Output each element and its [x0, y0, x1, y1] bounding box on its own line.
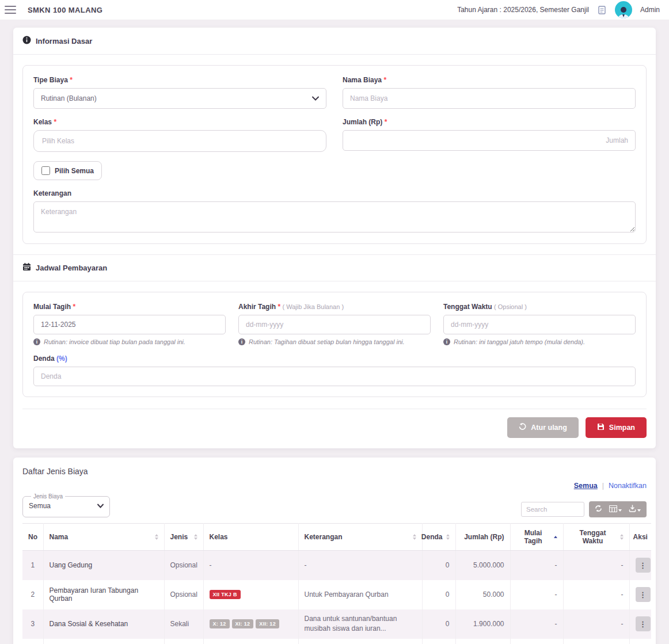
- akhir-tagih-label: Akhir Tagih * ( Wajib Jika Bulanan ): [238, 303, 431, 311]
- cell-aksi: ⋮: [629, 609, 651, 639]
- download-icon: [629, 505, 636, 514]
- cell-kelas: X: 12XI: 12XII: 12: [203, 639, 298, 644]
- cell-nama: UANG PANGKAL: [43, 639, 164, 644]
- cell-keterangan: -: [298, 551, 422, 580]
- user-name: Admin: [640, 6, 660, 14]
- cell-tenggat-waktu: -: [563, 609, 629, 639]
- save-button[interactable]: Simpan: [586, 417, 647, 438]
- pilih-semua-label: Pilih Semua: [55, 167, 94, 175]
- jumlah-input[interactable]: [343, 130, 636, 151]
- cell-jumlah: 50.000: [455, 580, 510, 609]
- table-row: 4 UANG PANGKAL Berulang X: 12XI: 12XII: …: [22, 639, 651, 644]
- cell-aksi: ⋮: [629, 580, 651, 609]
- filter-separator: |: [602, 482, 604, 490]
- schedule-box: Mulai Tagih * i Rutinan: invoice dibuat …: [22, 292, 647, 397]
- column-header-jenis[interactable]: Jenis: [164, 524, 203, 551]
- table-toolbar: [589, 501, 647, 517]
- cell-jenis: Opsional: [164, 580, 203, 609]
- search-input[interactable]: [521, 502, 584, 517]
- column-header-mulai-tagih[interactable]: Mulai Tagih: [510, 524, 563, 551]
- column-header-nama[interactable]: Nama: [43, 524, 164, 551]
- column-header-no: No: [22, 524, 43, 551]
- cell-jumlah: 1.900.000: [455, 609, 510, 639]
- refresh-button[interactable]: [595, 505, 602, 514]
- cell-mulai-tagih: -: [510, 580, 563, 609]
- cell-jenis: Berulang: [164, 639, 203, 644]
- school-name: SMKN 100 MALANG: [28, 6, 102, 14]
- cell-keterangan: Untuk Pembayaran Qurban: [298, 580, 422, 609]
- row-actions-button[interactable]: ⋮: [636, 558, 651, 573]
- cell-nama: Pembayaran Iuran Tabungan Qurban: [43, 580, 164, 609]
- denda-input[interactable]: [33, 367, 636, 386]
- column-header-denda[interactable]: Denda: [422, 524, 455, 551]
- row-actions-button[interactable]: ⋮: [636, 616, 651, 631]
- columns-button[interactable]: [609, 505, 622, 514]
- mulai-tagih-input[interactable]: [33, 315, 226, 334]
- mulai-tagih-label: Mulai Tagih *: [33, 303, 226, 311]
- cell-denda: 0: [422, 609, 455, 639]
- sort-icon[interactable]: [155, 534, 158, 540]
- table-row: 1 Uang Gedung Opsional - - 0 5.000.000 -…: [22, 551, 651, 580]
- cell-jenis: Opsional: [164, 551, 203, 580]
- nama-biaya-field: Nama Biaya *: [343, 76, 636, 109]
- cell-nama: Dana Sosial & Kesehatan: [43, 609, 164, 639]
- class-badge: XI: 12: [232, 619, 254, 628]
- info-dot-icon: i: [238, 338, 245, 345]
- sort-icon[interactable]: [194, 534, 197, 540]
- tipe-biaya-field: Tipe Biaya * Rutinan (Bulanan): [33, 76, 326, 109]
- row-actions-button[interactable]: ⋮: [636, 587, 651, 602]
- cell-mulai-tagih: 21-08-2025: [510, 639, 563, 644]
- cell-kelas: -: [203, 551, 298, 580]
- cell-kelas: X: 12XI: 12XII: 12: [203, 609, 298, 639]
- jenis-biaya-filter-legend: Jenis Biaya: [31, 493, 65, 500]
- tenggat-waktu-field: Tenggat Waktu ( Opsional ) i Rutinan: in…: [443, 303, 636, 345]
- filter-all-link[interactable]: Semua: [574, 482, 598, 490]
- download-button[interactable]: [629, 505, 641, 514]
- chevron-down-icon: [97, 502, 104, 510]
- basic-info-title: Informasi Dasar: [36, 37, 92, 45]
- chevron-down-icon: [312, 94, 319, 102]
- tipe-biaya-select[interactable]: Rutinan (Bulanan): [33, 88, 326, 109]
- reset-button[interactable]: Atur ulang: [507, 417, 579, 438]
- sort-asc-icon[interactable]: [554, 536, 557, 538]
- cell-denda: 0: [422, 551, 455, 580]
- table-row: 2 Pembayaran Iuran Tabungan Qurban Opsio…: [22, 580, 651, 609]
- akhir-tagih-input[interactable]: [238, 315, 431, 334]
- schedule-section-header: Jadwal Pembayaran: [13, 254, 656, 281]
- info-dot-icon: i: [443, 338, 450, 345]
- table-row: 3 Dana Sosial & Kesehatan Sekali X: 12XI…: [22, 609, 651, 639]
- keterangan-field: Keterangan: [33, 189, 636, 234]
- kelas-field: Kelas *: [33, 118, 326, 152]
- hamburger-icon[interactable]: [5, 3, 16, 16]
- jenis-biaya-filter[interactable]: Jenis Biaya Semua: [22, 493, 110, 517]
- caret-down-icon: [618, 509, 622, 512]
- denda-label: Denda (%): [33, 355, 636, 363]
- cell-tenggat-waktu: -: [563, 580, 629, 609]
- pilih-semua-checkbox-input[interactable]: [41, 166, 50, 175]
- cell-no: 2: [22, 580, 43, 609]
- pilih-semua-checkbox[interactable]: Pilih Semua: [33, 161, 102, 180]
- caret-down-icon: [637, 509, 641, 512]
- fee-list-card: Daftar Jenis Biaya Semua | Nonaktifkan J…: [13, 458, 656, 644]
- column-header-aksi: Aksi: [629, 524, 651, 551]
- tenggat-waktu-input[interactable]: [443, 315, 636, 334]
- cell-no: 1: [22, 551, 43, 580]
- column-header-kelas: Kelas: [203, 524, 298, 551]
- filter-inactive-link[interactable]: Nonaktifkan: [609, 482, 647, 490]
- sort-icon[interactable]: [620, 534, 624, 540]
- denda-field: Denda (%): [33, 355, 636, 386]
- cell-denda: 0: [422, 580, 455, 609]
- column-header-tenggat-waktu[interactable]: Tenggat Waktu: [563, 524, 629, 551]
- kelas-input[interactable]: [33, 130, 326, 152]
- tenggat-waktu-label: Tenggat Waktu ( Opsional ): [443, 303, 636, 311]
- column-header-keterangan[interactable]: Keterangan: [298, 524, 422, 551]
- cell-aksi: ⋮: [629, 639, 651, 644]
- academic-year-switch-icon[interactable]: [597, 5, 607, 15]
- sort-icon[interactable]: [446, 534, 450, 540]
- nama-biaya-input[interactable]: [343, 88, 636, 109]
- sort-icon[interactable]: [413, 534, 416, 540]
- keterangan-textarea[interactable]: [33, 201, 636, 233]
- keterangan-label: Keterangan: [33, 189, 636, 197]
- avatar[interactable]: [615, 1, 632, 18]
- class-badge: XII: 12: [256, 619, 279, 628]
